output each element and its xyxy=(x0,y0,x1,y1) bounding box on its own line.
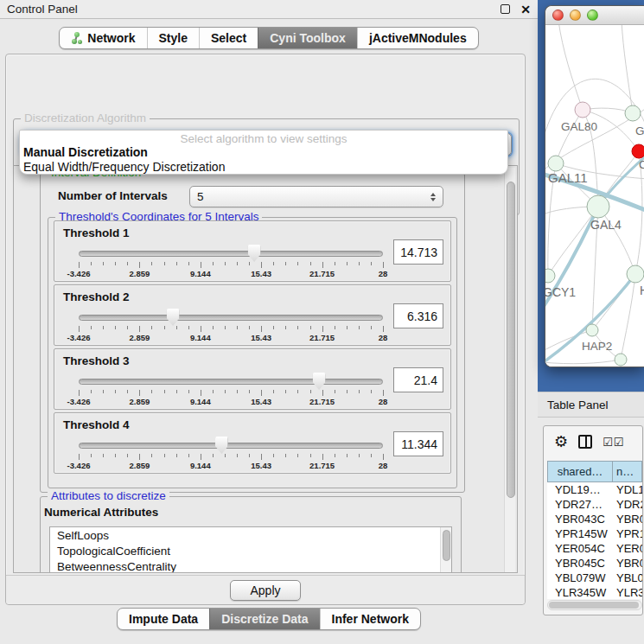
gear-icon[interactable]: ⚙ xyxy=(554,434,568,450)
table-row[interactable]: YBL079WYBL0 xyxy=(547,571,642,585)
zoom-traffic-light-icon[interactable] xyxy=(587,10,598,21)
node-hap2[interactable] xyxy=(586,324,598,336)
tab-cyni-toolbox[interactable]: Cyni Toolbox xyxy=(258,28,357,48)
tick-mark xyxy=(115,390,116,393)
threshold-label: Threshold 4 xyxy=(63,418,130,431)
apply-button[interactable]: Apply xyxy=(230,580,300,601)
node-h[interactable] xyxy=(627,265,644,283)
tab-impute-data[interactable]: Impute Data xyxy=(118,609,209,629)
tick-mark xyxy=(261,262,262,268)
threshold-value-field[interactable]: 21.4 xyxy=(393,367,443,392)
tab-discretize-data[interactable]: Discretize Data xyxy=(209,609,319,629)
node-gal11[interactable] xyxy=(548,156,564,171)
tick-label: -3.426 xyxy=(67,269,91,278)
tick-label: 28 xyxy=(379,269,388,278)
table-panel: ⚙ ☑☑ shared… n… YDL19…YDL1YDR27…YDR2YBR0… xyxy=(543,425,643,615)
tab-select[interactable]: Select xyxy=(199,28,258,48)
table-row[interactable]: YBR043CYBR0 xyxy=(547,512,642,526)
number-of-intervals-label: Number of Intervals xyxy=(58,189,168,202)
label-partial-c: C xyxy=(639,158,644,171)
tick-mark xyxy=(371,390,372,393)
tab-infer-network[interactable]: Infer Network xyxy=(320,609,420,629)
threshold-label: Threshold 1 xyxy=(63,226,130,239)
table-cell: YPR1 xyxy=(613,526,642,541)
table-hscrollbar-thumb[interactable] xyxy=(549,602,639,609)
minimize-traffic-light-icon[interactable] xyxy=(570,10,581,21)
node-gcy1[interactable] xyxy=(545,269,555,283)
tick-mark xyxy=(103,454,104,457)
threshold-slider-track[interactable] xyxy=(79,315,383,321)
tick-mark xyxy=(322,390,323,396)
threshold-value-field[interactable]: 11.344 xyxy=(393,431,443,456)
tab-network[interactable]: Network xyxy=(60,28,146,48)
table-row[interactable]: YER054CYER0 xyxy=(547,541,642,556)
number-of-intervals-combobox[interactable]: 5 xyxy=(189,186,443,207)
tick-mark xyxy=(261,390,262,396)
threshold-value-field[interactable]: 6.316 xyxy=(393,303,443,328)
network-window-titlebar[interactable] xyxy=(545,6,644,25)
slider-ticks xyxy=(79,390,383,397)
tick-label: 15.43 xyxy=(251,269,271,278)
apply-row: Apply xyxy=(6,575,525,604)
table-row[interactable]: YPR145WYPR1 xyxy=(547,526,642,541)
label-gal80: GAL80 xyxy=(561,120,597,133)
threshold-slider-thumb[interactable] xyxy=(248,245,261,262)
algorithm-option-equal-width[interactable]: Equal Width/Frequency Discretization xyxy=(20,160,507,175)
bottom-tab-bar: Impute Data Discretize Data Infer Networ… xyxy=(0,608,538,630)
tab-style-label: Style xyxy=(159,31,188,45)
tick-mark xyxy=(176,390,177,393)
tick-label: 28 xyxy=(379,333,388,342)
node-gal4[interactable] xyxy=(587,195,609,218)
checkbox-checked-icons[interactable]: ☑☑ xyxy=(603,436,624,449)
threshold-slider-thumb[interactable] xyxy=(167,309,180,326)
slider-ticks xyxy=(79,326,383,333)
table-row[interactable]: YDR27…YDR2 xyxy=(547,497,642,512)
algorithm-option-manual[interactable]: Manual Discretization xyxy=(20,145,507,160)
tick-mark xyxy=(297,454,298,457)
table-cell: YBR045C xyxy=(547,556,613,571)
attribute-list-item[interactable]: TopologicalCoefficient xyxy=(50,543,451,558)
tick-label: 15.43 xyxy=(251,333,271,342)
attribute-list-item[interactable]: BetweennessCentrality xyxy=(50,558,451,573)
node-bottom[interactable] xyxy=(615,354,627,366)
tick-mark xyxy=(164,262,165,265)
tick-mark xyxy=(285,390,286,393)
threshold-value-field[interactable]: 14.713 xyxy=(393,239,443,265)
tick-mark xyxy=(139,454,140,460)
threshold-slider-track[interactable] xyxy=(79,443,383,449)
table-row[interactable]: YDL19…YDL1 xyxy=(547,482,642,497)
tab-jactivemnodules[interactable]: jActiveMNodules xyxy=(357,28,478,48)
close-traffic-light-icon[interactable] xyxy=(552,10,564,21)
tick-mark xyxy=(151,454,152,457)
column-header-shared-name[interactable]: shared… xyxy=(547,461,613,482)
column-header-name[interactable]: n… xyxy=(613,461,642,482)
split-columns-icon[interactable] xyxy=(578,435,592,449)
tick-mark xyxy=(285,326,286,329)
attributes-scrollbar-thumb[interactable] xyxy=(443,530,450,561)
table-row[interactable]: YBR045CYBR0 xyxy=(547,556,642,571)
tab-network-label: Network xyxy=(87,31,135,45)
network-canvas[interactable]: GAL80 GA C GAL11 GAL4 GCY1 H HAP2 xyxy=(545,25,644,367)
tick-mark xyxy=(261,454,262,460)
threshold-slider-track[interactable] xyxy=(79,379,383,385)
close-icon[interactable]: ✕ xyxy=(520,3,531,16)
tick-mark xyxy=(310,390,311,393)
attribute-list-item[interactable]: SelfLoops xyxy=(50,527,451,543)
node-red-selected[interactable] xyxy=(632,144,644,158)
node-gal80[interactable] xyxy=(575,102,590,118)
tab-style[interactable]: Style xyxy=(147,28,199,48)
panel-scrollbar-thumb[interactable] xyxy=(507,182,515,498)
node-top-right[interactable] xyxy=(625,105,641,121)
threshold-slider-thumb[interactable] xyxy=(313,373,326,390)
network-view-window: GAL80 GA C GAL11 GAL4 GCY1 H HAP2 xyxy=(545,5,644,367)
tick-mark xyxy=(91,390,92,393)
tick-mark xyxy=(371,454,372,457)
tick-mark xyxy=(151,326,152,329)
threshold-slider-thumb[interactable] xyxy=(215,437,228,454)
threshold-slider-track[interactable] xyxy=(79,251,383,257)
table-cell: YDR27… xyxy=(547,497,613,512)
tick-mark xyxy=(225,454,226,457)
float-window-icon[interactable] xyxy=(501,4,510,14)
network-nodes[interactable] xyxy=(545,102,644,366)
table-row[interactable]: YLR345WYLR3 xyxy=(547,585,642,599)
